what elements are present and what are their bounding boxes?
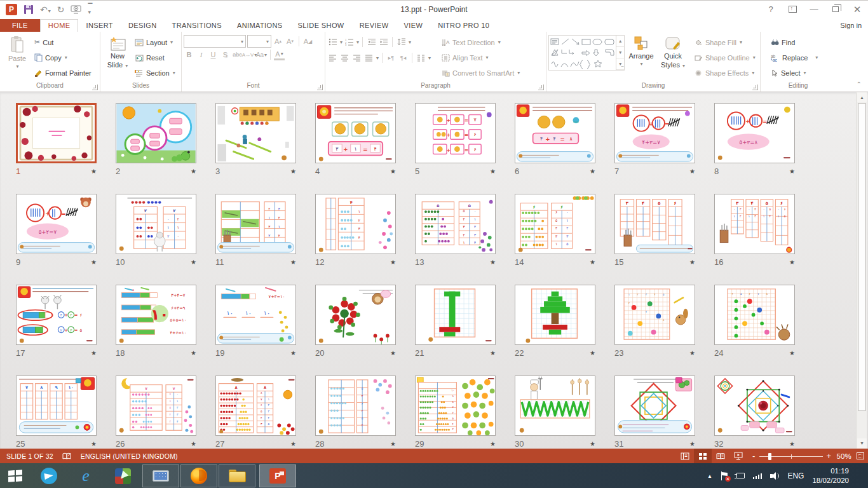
powerpoint-app-icon[interactable]: P bbox=[6, 4, 17, 15]
slide-thumbnail-32[interactable] bbox=[714, 376, 795, 436]
slide-thumbnail-26[interactable]: ۷۷۷۰۶۱۵۲۴۳۳۴ bbox=[116, 376, 196, 436]
collapse-ribbon-icon[interactable]: ⌃ bbox=[857, 81, 862, 88]
tab-file[interactable]: FILE bbox=[0, 19, 40, 32]
replace-button[interactable]: abacReplace▾ bbox=[769, 51, 820, 64]
section-button[interactable]: Section▾ bbox=[133, 66, 177, 79]
drawing-dialog-launcher[interactable] bbox=[752, 85, 758, 90]
layout-button[interactable]: Layout▾ bbox=[133, 36, 177, 49]
tab-nitro-pro[interactable]: NITRO PRO 10 bbox=[430, 19, 497, 32]
text-shadow-icon[interactable]: S bbox=[220, 49, 231, 60]
fit-slide-to-window-icon[interactable] bbox=[857, 452, 864, 459]
taskbar-internet-explorer-icon[interactable]: e bbox=[67, 463, 104, 488]
shape-effects-button[interactable]: Shape Effects▾ bbox=[692, 66, 757, 79]
scrollbar-thumb[interactable] bbox=[858, 103, 866, 411]
animation-star-icon[interactable]: ★ bbox=[689, 259, 695, 266]
zoom-out-icon[interactable]: - bbox=[752, 452, 756, 460]
animation-star-icon[interactable]: ★ bbox=[490, 168, 496, 175]
paragraph-dialog-launcher[interactable] bbox=[538, 85, 544, 90]
reset-button[interactable]: Reset bbox=[133, 51, 177, 64]
slide-thumbnail-19[interactable]: ۷+۳=۱۰۱۰۱۰۱۰ bbox=[215, 285, 296, 345]
change-case-icon[interactable]: Aa▾ bbox=[256, 49, 267, 60]
ltr-direction-icon[interactable]: ▸¶ bbox=[386, 52, 397, 64]
numbering-icon[interactable]: 123 bbox=[344, 36, 355, 48]
tray-power-icon[interactable] bbox=[736, 473, 745, 478]
minimize-icon[interactable]: — bbox=[803, 1, 825, 18]
slide-thumbnail-27[interactable]: ۸۸۸۰۷۱۶۲۵۳۴۴۳۵ bbox=[215, 376, 296, 436]
slide-thumbnail-30[interactable] bbox=[515, 376, 595, 436]
new-slide-button[interactable]: New Slide ▾ bbox=[102, 34, 133, 82]
tray-action-center-icon[interactable]: ✕ bbox=[721, 471, 728, 480]
slide-thumbnail-13[interactable]: ۵۵۵۰۴۱۳۲۲۳۱۴ bbox=[415, 194, 496, 254]
align-text-button[interactable]: Align Text▾ bbox=[440, 51, 522, 64]
slide-thumbnail-2[interactable] bbox=[116, 103, 196, 163]
shape-fill-button[interactable]: Shape Fill▾ bbox=[692, 36, 757, 49]
slide-show-icon[interactable] bbox=[729, 449, 747, 463]
tab-home[interactable]: HOME bbox=[40, 19, 79, 32]
animation-star-icon[interactable]: ★ bbox=[91, 168, 97, 175]
tray-volume-icon[interactable] bbox=[770, 472, 779, 480]
columns-icon[interactable] bbox=[416, 52, 426, 64]
slide-thumbnail-22[interactable] bbox=[515, 285, 595, 345]
font-color-icon[interactable]: A▾ bbox=[274, 49, 285, 60]
animation-star-icon[interactable]: ★ bbox=[191, 168, 196, 175]
select-button[interactable]: Select▾ bbox=[769, 66, 820, 79]
taskbar-onscreen-keyboard-icon[interactable] bbox=[142, 464, 179, 487]
animation-star-icon[interactable]: ★ bbox=[490, 440, 496, 447]
slide-thumbnail-18[interactable]: ۳+۴=۷۶+۳=۹۵+۵=۱۰۴+۶=۱۰۱۰ bbox=[116, 285, 196, 345]
slide-thumbnail-4[interactable]: +=۳۱۴ bbox=[315, 103, 396, 163]
scroll-down-icon[interactable]: ▼ bbox=[857, 438, 867, 448]
slide-thumbnail-31[interactable] bbox=[614, 376, 695, 436]
animation-star-icon[interactable]: ★ bbox=[490, 259, 496, 266]
quick-styles-button[interactable]: Quick Styles ▾ bbox=[658, 34, 688, 82]
slide-thumbnail-1[interactable] bbox=[16, 103, 97, 163]
animation-star-icon[interactable]: ★ bbox=[789, 349, 795, 356]
line-spacing-icon[interactable] bbox=[396, 36, 407, 48]
slide-thumbnail-16[interactable]: ۳۴۵۶۰۳۱۲۰۴۱۳۰۵۱۴۰۶۱۵ bbox=[714, 194, 795, 254]
align-right-icon[interactable] bbox=[351, 52, 362, 64]
slide-thumbnail-6[interactable]: ۴+۴=۸ bbox=[515, 103, 595, 163]
tab-view[interactable]: VIEW bbox=[396, 19, 430, 32]
animation-star-icon[interactable]: ★ bbox=[689, 349, 695, 356]
slide-thumbnail-20[interactable] bbox=[315, 285, 396, 345]
align-center-icon[interactable] bbox=[339, 52, 350, 64]
tab-animations[interactable]: ANIMATIONS bbox=[229, 19, 290, 32]
animation-star-icon[interactable]: ★ bbox=[191, 259, 196, 266]
increase-indent-icon[interactable] bbox=[378, 36, 389, 48]
copy-button[interactable]: Copy▾ bbox=[32, 51, 93, 64]
animation-star-icon[interactable]: ★ bbox=[91, 349, 97, 356]
undo-icon[interactable]: ↶▾ bbox=[40, 5, 51, 14]
find-button[interactable]: Find bbox=[769, 36, 820, 49]
animation-star-icon[interactable]: ★ bbox=[789, 168, 795, 175]
tab-slide-show[interactable]: SLIDE SHOW bbox=[290, 19, 352, 32]
start-button[interactable] bbox=[0, 463, 31, 488]
clear-formatting-icon[interactable]: A◢ bbox=[302, 36, 313, 47]
align-left-icon[interactable] bbox=[327, 52, 338, 64]
convert-smartart-button[interactable]: Convert to SmartArt▾ bbox=[440, 66, 522, 79]
animation-star-icon[interactable]: ★ bbox=[789, 440, 795, 447]
arrange-button[interactable]: Arrange▾ bbox=[625, 34, 658, 82]
slide-thumbnail-23[interactable]: ۱۲۳۴۵۶۷۸ bbox=[614, 285, 695, 345]
taskbar-firefox-icon[interactable] bbox=[180, 464, 217, 487]
animation-star-icon[interactable]: ★ bbox=[390, 168, 396, 175]
zoom-slider[interactable] bbox=[759, 452, 823, 460]
shapes-gallery[interactable]: ▲▼▼̲ bbox=[548, 35, 625, 71]
tab-review[interactable]: REVIEW bbox=[352, 19, 397, 32]
tab-transitions[interactable]: TRANSITIONS bbox=[165, 19, 229, 32]
slide-thumbnail-11[interactable]: ۲۳۱۲۳۱۲۲ bbox=[215, 194, 296, 254]
scroll-up-icon[interactable]: ▲ bbox=[857, 93, 867, 102]
normal-view-icon[interactable] bbox=[676, 449, 694, 463]
animation-star-icon[interactable]: ★ bbox=[290, 259, 296, 266]
vertical-scrollbar[interactable]: ▲ ▼ bbox=[856, 92, 867, 449]
italic-icon[interactable]: I bbox=[196, 49, 207, 60]
slide-thumbnail-14[interactable]: ۶۶۶۰۵۱۴۲۳۳۱۵ bbox=[515, 194, 595, 254]
animation-star-icon[interactable]: ★ bbox=[290, 349, 296, 356]
close-icon[interactable]: ✕ bbox=[846, 1, 868, 18]
animation-star-icon[interactable]: ★ bbox=[390, 259, 396, 266]
character-spacing-icon[interactable]: A↔V▾ bbox=[244, 49, 255, 60]
font-size-combo[interactable]: ▾ bbox=[247, 35, 271, 48]
repeat-icon[interactable]: ↻ bbox=[57, 5, 65, 14]
spell-check-icon[interactable] bbox=[62, 452, 72, 460]
animation-star-icon[interactable]: ★ bbox=[689, 440, 695, 447]
bullets-icon[interactable] bbox=[327, 36, 338, 48]
animation-star-icon[interactable]: ★ bbox=[290, 168, 296, 175]
